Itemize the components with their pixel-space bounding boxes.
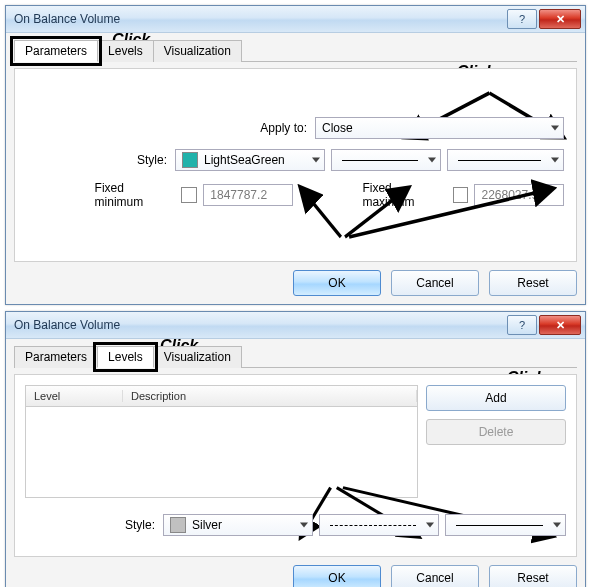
fixed-max-label: Fixed maximum	[362, 181, 446, 209]
col-description: Description	[123, 390, 417, 402]
help-icon: ?	[519, 319, 525, 331]
color-swatch	[182, 152, 198, 168]
color-swatch	[170, 517, 186, 533]
tab-levels[interactable]: Levels	[97, 40, 154, 62]
fixed-max-checkbox[interactable]	[453, 187, 469, 203]
ok-button[interactable]: OK	[293, 270, 381, 296]
panel-levels: Level Description Add Delete Style: Silv…	[14, 374, 577, 557]
add-button[interactable]: Add	[426, 385, 566, 411]
side-buttons: Add Delete	[426, 385, 566, 498]
delete-button: Delete	[426, 419, 566, 445]
line-style-sample	[342, 160, 418, 161]
button-bar: OK Cancel Reset	[14, 270, 577, 296]
close-button[interactable]: ✕	[539, 9, 581, 29]
chevron-down-icon	[312, 158, 320, 163]
help-button[interactable]: ?	[507, 315, 537, 335]
dialog-body: Click Click Click Parameters Levels Visu…	[6, 33, 585, 304]
tab-bar: Parameters Levels Visualization	[14, 345, 577, 368]
reset-button[interactable]: Reset	[489, 270, 577, 296]
close-icon: ✕	[556, 13, 565, 26]
col-level: Level	[26, 390, 123, 402]
style-label: Style:	[25, 518, 163, 532]
fixed-min-checkbox[interactable]	[181, 187, 197, 203]
fixed-max-input[interactable]: 2268027.9	[474, 184, 564, 206]
style-width-select[interactable]	[447, 149, 564, 171]
style-color-select[interactable]: LightSeaGreen	[175, 149, 325, 171]
cancel-button[interactable]: Cancel	[391, 565, 479, 587]
chevron-down-icon	[426, 523, 434, 528]
panel-parameters: Apply to: Close Style: LightSeaGreen	[14, 68, 577, 262]
levels-table-header: Level Description	[25, 385, 418, 407]
tab-parameters[interactable]: Parameters	[14, 40, 98, 62]
style-color-name: LightSeaGreen	[204, 153, 285, 167]
chevron-down-icon	[553, 523, 561, 528]
style-color-name: Silver	[192, 518, 222, 532]
button-bar: OK Cancel Reset	[14, 565, 577, 587]
close-button[interactable]: ✕	[539, 315, 581, 335]
style-width-select[interactable]	[445, 514, 566, 536]
ok-button[interactable]: OK	[293, 565, 381, 587]
tab-parameters[interactable]: Parameters	[14, 346, 98, 368]
reset-button[interactable]: Reset	[489, 565, 577, 587]
style-line-select[interactable]	[331, 149, 441, 171]
line-width-sample	[456, 525, 543, 526]
tab-visualization[interactable]: Visualization	[153, 346, 242, 368]
chevron-down-icon	[300, 523, 308, 528]
apply-to-label: Apply to:	[27, 121, 315, 135]
chevron-down-icon	[551, 158, 559, 163]
window-title: On Balance Volume	[14, 12, 505, 26]
close-icon: ✕	[556, 319, 565, 332]
help-icon: ?	[519, 13, 525, 25]
apply-to-select[interactable]: Close	[315, 117, 564, 139]
levels-list[interactable]	[25, 407, 418, 498]
apply-to-value: Close	[322, 121, 353, 135]
dialog-body: Click Click Click Parameters Levels Visu…	[6, 339, 585, 587]
line-style-sample	[330, 525, 416, 526]
tab-levels[interactable]: Levels	[97, 346, 154, 368]
window-title: On Balance Volume	[14, 318, 505, 332]
fixed-min-label: Fixed minimum	[95, 181, 176, 209]
fixed-min-input[interactable]: 1847787.2	[203, 184, 293, 206]
line-width-sample	[458, 160, 541, 161]
dialog-obv-levels: On Balance Volume ? ✕ Click Click Click …	[5, 311, 586, 587]
style-line-select[interactable]	[319, 514, 439, 536]
tab-visualization[interactable]: Visualization	[153, 40, 242, 62]
chevron-down-icon	[428, 158, 436, 163]
style-label: Style:	[27, 153, 175, 167]
titlebar[interactable]: On Balance Volume ? ✕	[6, 312, 585, 339]
style-color-select[interactable]: Silver	[163, 514, 313, 536]
chevron-down-icon	[551, 126, 559, 131]
dialog-obv-parameters: On Balance Volume ? ✕ Click Click Click …	[5, 5, 586, 305]
help-button[interactable]: ?	[507, 9, 537, 29]
cancel-button[interactable]: Cancel	[391, 270, 479, 296]
tab-bar: Parameters Levels Visualization	[14, 39, 577, 62]
titlebar[interactable]: On Balance Volume ? ✕	[6, 6, 585, 33]
